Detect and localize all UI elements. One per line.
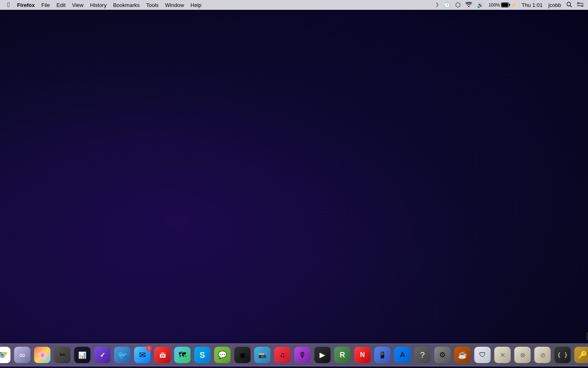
- menu-file[interactable]: File: [38, 1, 53, 9]
- dock-item-wechat[interactable]: 💬: [213, 346, 232, 364]
- menu-view[interactable]: View: [69, 1, 87, 9]
- dock-item-block2[interactable]: ⊗: [513, 346, 532, 364]
- reeder-icon: R: [334, 347, 351, 363]
- fantastical-icon: 📅: [154, 347, 171, 363]
- block2-icon: ⊗: [514, 347, 531, 363]
- menu-firefox[interactable]: Firefox: [14, 1, 38, 9]
- codepoint-icon: { }: [555, 347, 571, 363]
- privacy-icon: 🛡: [474, 347, 491, 363]
- wireguard-tooltip: WireGuard: [586, 332, 588, 341]
- appstore-icon: A: [394, 347, 411, 363]
- dock-item-podcasts[interactable]: 🎙: [293, 346, 312, 364]
- lungo-icon: ☕: [454, 347, 471, 363]
- svg-point-31: [1, 353, 4, 357]
- chrome-icon: [0, 347, 11, 363]
- photos-icon: 🌸: [34, 347, 51, 363]
- taska-icon: ✓: [94, 347, 111, 363]
- dock-item-news[interactable]: N: [353, 346, 372, 364]
- dock-item-qreate[interactable]: ▣: [233, 346, 252, 364]
- svg-point-7: [581, 5, 583, 7]
- dock-item-lungo[interactable]: ☕: [453, 346, 472, 364]
- focus-icon[interactable]: ☽: [432, 2, 440, 8]
- dock-item-photos[interactable]: 🌸: [33, 346, 52, 364]
- apple-menu[interactable]: : [3, 0, 14, 9]
- music-icon: ♫: [274, 347, 291, 363]
- battery-percent: 100%: [488, 2, 500, 7]
- fluid-icon: ∞: [14, 347, 31, 363]
- dock-item-block1[interactable]: ✕: [493, 346, 512, 364]
- svg-rect-1: [501, 3, 508, 7]
- keyaccess-icon: 🔑: [575, 347, 588, 363]
- dock-item-help[interactable]: ?: [413, 346, 432, 364]
- podcasts-icon: 🎙: [294, 347, 311, 363]
- dock-item-block3[interactable]: ⊘: [533, 346, 552, 364]
- news-icon: N: [354, 347, 371, 363]
- dock-item-privacy[interactable]: 🛡: [473, 346, 492, 364]
- clipboard-icon: ✂: [54, 347, 71, 363]
- qreate-icon: ▣: [234, 347, 251, 363]
- tweetbot-icon: 🐦: [114, 347, 131, 363]
- dock-item-fluid[interactable]: ∞: [13, 346, 32, 364]
- svg-line-4: [570, 5, 572, 7]
- dock-item-taska[interactable]: ✓: [93, 346, 112, 364]
- block1-icon: ✕: [494, 347, 511, 363]
- dock-item-codepoint[interactable]: { }: [553, 346, 572, 364]
- menu-bar:  Firefox File Edit View History Bookmar…: [0, 0, 588, 10]
- spotlight-search-icon[interactable]: [565, 2, 573, 9]
- dock-item-istatistica[interactable]: 📊: [73, 346, 92, 364]
- maps-icon: 🗺: [174, 347, 191, 363]
- dock-item-reeder[interactable]: R: [333, 346, 352, 364]
- desktop:  Firefox File Edit View History Bookmar…: [0, 0, 588, 368]
- screenium-icon: 📷: [254, 347, 271, 363]
- dock-item-appstore[interactable]: A: [393, 346, 412, 364]
- mail-badge: !: [146, 346, 152, 351]
- dock-item-keyaccess[interactable]: 🔑: [573, 346, 588, 364]
- menu-bar-username[interactable]: jcobb: [547, 2, 563, 8]
- dock-item-chrome[interactable]: [0, 346, 12, 364]
- svg-rect-2: [509, 4, 510, 6]
- dock-item-screenium[interactable]: 📷: [253, 346, 272, 364]
- skype-icon: S: [194, 347, 211, 363]
- menu-bar-clock[interactable]: Thu 1:01: [520, 2, 544, 8]
- menu-edit[interactable]: Edit: [53, 1, 69, 9]
- istatistica-icon: 📊: [74, 347, 91, 363]
- menu-help[interactable]: Help: [187, 1, 205, 9]
- dock: >_: [0, 343, 588, 366]
- appletv-icon: ▶: [314, 347, 331, 363]
- menu-bookmarks[interactable]: Bookmarks: [110, 1, 143, 9]
- battery-indicator[interactable]: 100% ⚡: [487, 2, 517, 8]
- dock-item-settings[interactable]: ⚙: [433, 346, 452, 364]
- dock-item-simulator[interactable]: 📱: [373, 346, 392, 364]
- bluetooth-icon[interactable]: ⬡: [454, 1, 462, 9]
- menu-tools[interactable]: Tools: [143, 1, 162, 9]
- volume-icon[interactable]: 🔊: [476, 2, 485, 8]
- control-center-icon[interactable]: [576, 2, 585, 8]
- wifi-icon[interactable]: [464, 2, 473, 8]
- dock-item-maps[interactable]: 🗺: [173, 346, 192, 364]
- wechat-icon: 💬: [214, 347, 231, 363]
- dock-item-music[interactable]: ♫: [273, 346, 292, 364]
- menu-bar-left:  Firefox File Edit View History Bookmar…: [3, 0, 205, 9]
- dock-item-skype[interactable]: S: [193, 346, 212, 364]
- svg-point-5: [577, 2, 579, 4]
- time-machine-icon[interactable]: 🕐: [443, 2, 452, 8]
- dock-item-clipboard[interactable]: ✂: [53, 346, 72, 364]
- settings-icon: ⚙: [434, 347, 451, 363]
- dock-item-mail[interactable]: ✉ !: [133, 346, 152, 364]
- help-icon: ?: [414, 347, 431, 363]
- menu-history[interactable]: History: [87, 1, 110, 9]
- dock-item-fantastical[interactable]: 📅: [153, 346, 172, 364]
- menu-bar-right: ☽ 🕐 ⬡ 🔊 100%: [432, 1, 585, 9]
- menu-window[interactable]: Window: [162, 1, 187, 9]
- simulator-icon: 📱: [374, 347, 391, 363]
- dock-item-appletv[interactable]: ▶: [313, 346, 332, 364]
- block3-icon: ⊘: [535, 347, 551, 363]
- dock-item-tweetbot[interactable]: 🐦: [113, 346, 132, 364]
